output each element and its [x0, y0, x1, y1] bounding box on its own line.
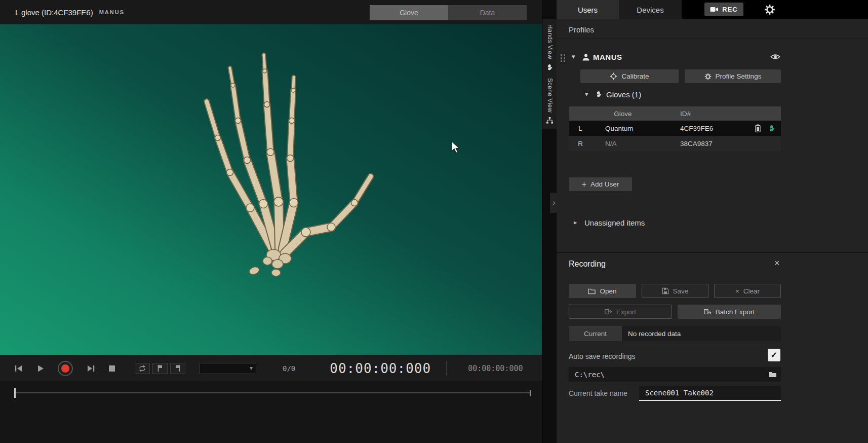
loop-button[interactable]: [135, 363, 150, 374]
right-panel: Users Devices REC: [557, 0, 868, 443]
glove-hand-icon: [595, 90, 603, 98]
glove-status-icons: [740, 124, 781, 132]
glove-table: Glove ID# L Quantum 4CF39FE6: [569, 106, 781, 151]
panel-collapse-handle[interactable]: ›: [550, 193, 558, 213]
close-icon[interactable]: ×: [774, 258, 780, 269]
step-forward-button[interactable]: [86, 364, 95, 373]
auto-save-checkbox[interactable]: ✓: [768, 349, 780, 361]
recording-title: Recording: [569, 260, 606, 269]
chevron-down-icon[interactable]: ▾: [572, 53, 575, 60]
record-button[interactable]: [58, 361, 73, 376]
recordings-path-value: C:\rec\: [575, 371, 769, 379]
glove-table-header: Glove ID#: [569, 106, 781, 121]
timecode-secondary: 00:00:00:000: [468, 364, 523, 373]
view-tab-strip: Hands View Scene View: [542, 0, 557, 443]
clear-button[interactable]: × Clear: [714, 284, 781, 298]
export-button[interactable]: Export: [569, 305, 672, 319]
save-disk-icon: [662, 287, 669, 294]
gloves-group-header[interactable]: ▾ Gloves (1): [557, 89, 868, 101]
current-recording-status: No recorded data: [622, 326, 781, 341]
gear-icon: [704, 73, 712, 80]
viewport-title: L glove (ID:4CF39FE6): [15, 8, 93, 17]
visibility-eye-icon[interactable]: [770, 53, 780, 61]
timeline-track[interactable]: [14, 392, 531, 393]
open-label: Open: [600, 287, 616, 295]
clear-label: Clear: [743, 287, 760, 295]
viewport-area: L glove (ID:4CF39FE6) MANUS Glove Data: [0, 0, 542, 443]
clear-x-icon: ×: [735, 287, 739, 295]
marker-in-button[interactable]: [152, 363, 168, 374]
panel-header: Users Devices REC: [557, 0, 868, 19]
batch-export-icon: [704, 308, 712, 315]
table-row-right-glove[interactable]: R N/A 38CA9837: [569, 136, 781, 151]
transport-bar: ▾ 0/0 00:00:00:000 00:00:00:000: [0, 355, 542, 381]
profile-name: MANUS: [593, 53, 622, 61]
open-button[interactable]: Open: [569, 284, 636, 298]
gloves-group-label: Gloves (1): [606, 90, 641, 99]
timeline[interactable]: [0, 381, 542, 443]
record-dot-icon: [61, 364, 69, 373]
mouse-cursor-icon: [451, 141, 461, 154]
tab-scene-view[interactable]: Scene View: [542, 73, 557, 129]
folder-open-icon: [588, 288, 596, 294]
column-header-id: ID#: [677, 110, 691, 118]
glove-side: R: [569, 140, 592, 147]
add-user-button[interactable]: + Add User: [569, 177, 632, 191]
scene-hierarchy-icon: [546, 117, 554, 124]
chevron-down-icon: ▾: [250, 364, 253, 372]
timecode-divider: [446, 361, 447, 376]
drag-handle-icon[interactable]: [561, 54, 562, 56]
rec-button[interactable]: REC: [704, 3, 743, 16]
calibrate-button[interactable]: Calibrate: [580, 69, 679, 83]
viewport-tabs: Glove Data: [370, 5, 527, 20]
unassigned-items-label: Unassigned items: [584, 218, 645, 227]
calibrate-label: Calibrate: [621, 72, 649, 80]
timeline-playhead[interactable]: [14, 388, 16, 398]
settings-gear-icon[interactable]: [764, 4, 775, 15]
save-label: Save: [673, 287, 689, 295]
save-button[interactable]: Save: [642, 284, 708, 298]
battery-icon: [755, 124, 761, 132]
browse-folder-icon[interactable]: [769, 371, 777, 378]
playback-mode-dropdown[interactable]: ▾: [200, 363, 256, 374]
glove-id: 38CA9837: [677, 140, 740, 147]
profiles-section: Profiles ▾ MANUS: [557, 19, 868, 252]
take-name-input[interactable]: [639, 386, 781, 401]
table-row-left-glove[interactable]: L Quantum 4CF39FE6: [569, 121, 781, 136]
hands-view-label: Hands View: [546, 24, 554, 59]
chevron-right-icon: ▸: [574, 218, 577, 226]
tab-data[interactable]: Data: [448, 5, 527, 20]
profile-settings-label: Profile Settings: [716, 72, 762, 80]
recordings-path-field[interactable]: C:\rec\: [569, 367, 781, 382]
3d-viewport[interactable]: [0, 24, 542, 355]
glove-id: 4CF39FE6: [677, 125, 740, 132]
glove-type: N/A: [592, 140, 677, 147]
batch-export-button[interactable]: Batch Export: [678, 305, 781, 319]
skip-start-button[interactable]: [14, 364, 23, 373]
glove-side: L: [569, 125, 592, 132]
calibrate-target-icon: [610, 72, 617, 80]
tab-hands-view[interactable]: Hands View: [542, 19, 557, 76]
rec-button-label: REC: [722, 6, 737, 13]
stop-button[interactable]: [108, 365, 115, 372]
take-name-label: Current take name: [569, 389, 627, 397]
current-label: Current: [569, 326, 622, 341]
export-icon: [605, 308, 612, 315]
unassigned-items-header[interactable]: ▸ Unassigned items: [557, 217, 868, 229]
marker-out-button[interactable]: [170, 363, 185, 374]
profiles-title: Profiles: [569, 25, 594, 34]
check-icon: ✓: [771, 350, 777, 360]
profile-actions: Calibrate P: [557, 69, 868, 84]
profile-settings-button[interactable]: Profile Settings: [685, 69, 781, 83]
skeleton-hand-model: [0, 24, 542, 355]
batch-export-label: Batch Export: [716, 308, 755, 316]
timeline-end-tick: [530, 390, 531, 396]
chevron-down-icon: ▾: [585, 90, 588, 98]
tab-users[interactable]: Users: [557, 0, 619, 19]
tab-glove[interactable]: Glove: [370, 5, 448, 20]
glove-type: Quantum: [592, 125, 677, 132]
play-button[interactable]: [36, 364, 45, 373]
video-camera-icon: [710, 6, 719, 13]
tab-devices[interactable]: Devices: [619, 0, 682, 19]
frame-counter: 0/0: [283, 364, 295, 373]
